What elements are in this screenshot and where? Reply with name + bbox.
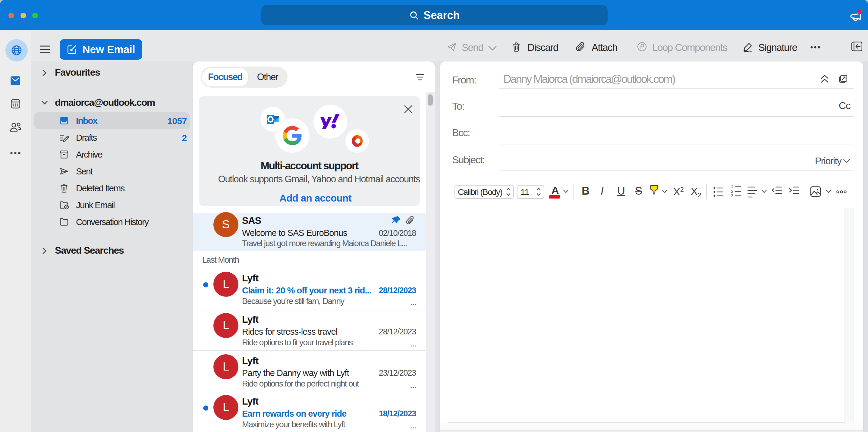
svg-text:3: 3 [731, 193, 733, 198]
